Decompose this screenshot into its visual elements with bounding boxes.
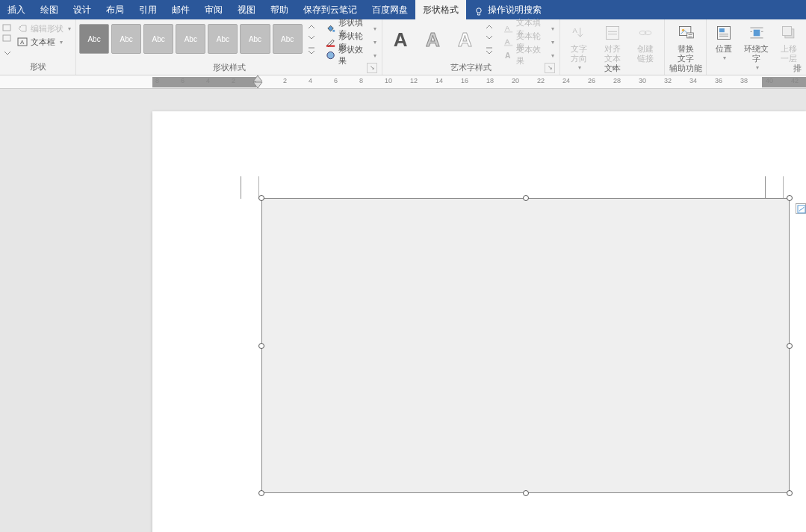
shape-style-preset-1[interactable]: Abc xyxy=(79,24,109,54)
ruler-tick: 8 xyxy=(155,77,159,84)
chevron-down-icon: ▾ xyxy=(60,39,63,46)
wordart-styles-dialog-launcher[interactable]: ↘ xyxy=(545,63,555,73)
shape-style-preset-5[interactable]: Abc xyxy=(208,24,238,54)
group-label-text: 文本 xyxy=(563,63,661,75)
resize-handle-e[interactable] xyxy=(787,343,793,349)
ribbon-group-shape-styles: Abc Abc Abc Abc Abc Abc Abc 形状填充 ▾ 形状轮廓 … xyxy=(76,19,382,75)
hanging-indent-marker[interactable] xyxy=(252,75,263,82)
svg-rect-1 xyxy=(3,25,10,31)
selected-shape[interactable] xyxy=(261,198,790,493)
wrap-text-label: 环绕文 字 xyxy=(744,44,769,64)
svg-rect-23 xyxy=(686,33,693,38)
menu-design[interactable]: 设计 xyxy=(66,0,99,19)
bring-forward-icon xyxy=(778,22,799,43)
alt-text-icon xyxy=(675,22,696,43)
text-direction-label: 文字方向 xyxy=(567,44,591,64)
group-label-wordart-styles: 艺术字样式 ↘ xyxy=(385,62,557,75)
textbox-label: 文本框 xyxy=(31,37,55,48)
menu-view[interactable]: 视图 xyxy=(230,0,263,19)
shape-style-preset-3[interactable]: Abc xyxy=(143,24,173,54)
edit-shape-label: 编辑形状 xyxy=(31,23,63,34)
menu-bar: 插入 绘图 设计 布局 引用 邮件 审阅 视图 帮助 保存到云笔记 百度网盘 形… xyxy=(0,0,806,19)
ribbon: 编辑形状 ▾ A 文本框 ▾ 形状 Abc Abc Abc Abc Abc Ab… xyxy=(0,19,806,75)
menu-insert[interactable]: 插入 xyxy=(0,0,33,19)
svg-text:A: A xyxy=(20,39,25,46)
menu-layout[interactable]: 布局 xyxy=(99,0,131,19)
resize-handle-w[interactable] xyxy=(258,343,264,349)
effects-icon xyxy=(326,50,335,61)
resize-handle-s[interactable] xyxy=(523,490,529,496)
chevron-down-icon: ▾ xyxy=(551,25,554,32)
resize-handle-ne[interactable] xyxy=(787,195,793,201)
textbox-icon: A xyxy=(17,37,28,47)
margin-guide-right-2 xyxy=(783,176,784,199)
shape-effects-button[interactable]: 形状效果 ▾ xyxy=(323,49,379,62)
ruler-tick: 26 xyxy=(588,77,595,84)
resize-handle-nw[interactable] xyxy=(258,195,264,201)
ruler-tick: 4 xyxy=(206,77,210,84)
ruler-tick: 16 xyxy=(461,77,468,84)
shape-styles-more-icon[interactable] xyxy=(306,24,317,54)
wordart-styles-more-icon[interactable] xyxy=(484,24,495,54)
ruler-tick: 6 xyxy=(181,77,185,84)
textbox-button[interactable]: A 文本框 ▾ xyxy=(16,35,72,49)
shape-style-preset-7[interactable]: Abc xyxy=(273,24,303,54)
text-outline-icon: A xyxy=(503,37,513,47)
menu-review[interactable]: 审阅 xyxy=(197,0,230,19)
menu-draw[interactable]: 绘图 xyxy=(33,0,66,19)
resize-handle-se[interactable] xyxy=(787,490,793,496)
text-effects-button: A 文本效果 ▾ xyxy=(501,49,557,62)
menu-shape-format[interactable]: 形状格式 xyxy=(415,0,466,19)
svg-point-3 xyxy=(19,26,21,28)
text-direction-icon: A xyxy=(568,22,589,43)
layout-options-flag[interactable] xyxy=(796,203,806,214)
ruler-tick: 22 xyxy=(537,77,545,84)
wordart-preset-3[interactable]: A xyxy=(450,24,480,55)
menu-baidu-netdisk[interactable]: 百度网盘 xyxy=(365,0,415,19)
svg-rect-36 xyxy=(782,26,791,35)
first-line-indent-marker[interactable] xyxy=(252,82,263,89)
chevron-down-icon: ▾ xyxy=(723,55,726,61)
alt-text-label: 替换 文字 xyxy=(678,44,694,64)
group-label-insert-shapes: 形状 xyxy=(3,61,72,75)
position-button[interactable]: 位置 ▾ xyxy=(710,21,738,63)
text-fill-icon: A xyxy=(503,23,513,34)
ruler-tick: 42 xyxy=(791,77,799,84)
shape-styles-dialog-launcher[interactable]: ↘ xyxy=(367,63,377,73)
layout-options-icon xyxy=(796,204,806,214)
shape-style-preset-4[interactable]: Abc xyxy=(176,24,205,54)
group-label-accessibility: 辅助功能 xyxy=(668,63,703,75)
svg-text:A: A xyxy=(504,38,509,46)
shape-style-preset-2[interactable]: Abc xyxy=(111,24,141,54)
svg-rect-2 xyxy=(3,35,10,41)
svg-rect-27 xyxy=(719,28,725,32)
ruler-tick: 18 xyxy=(486,77,494,84)
ruler-tick: 6 xyxy=(334,77,338,84)
menu-help[interactable]: 帮助 xyxy=(263,0,296,19)
ruler-tick: 40 xyxy=(766,77,773,84)
shapes-gallery-icon[interactable] xyxy=(1,22,13,58)
create-link-label: 创建链接 xyxy=(633,44,657,64)
resize-handle-sw[interactable] xyxy=(258,490,264,496)
shape-style-preset-6[interactable]: Abc xyxy=(240,24,270,54)
position-label: 位置 xyxy=(716,44,732,54)
ribbon-group-text: A 文字方向 ▾ 对齐文本 ▾ 创建链接 文本 xyxy=(560,19,665,75)
ruler-tick: 8 xyxy=(359,77,363,84)
svg-text:A: A xyxy=(572,26,577,34)
chevron-down-icon: ▾ xyxy=(373,52,376,59)
wordart-preset-1[interactable]: A xyxy=(385,24,415,55)
ruler-tick: 14 xyxy=(435,77,443,84)
svg-rect-13 xyxy=(504,45,512,46)
alt-text-button[interactable]: 替换 文字 xyxy=(672,21,700,65)
bring-forward-button[interactable]: 上移一层 xyxy=(775,21,803,65)
resize-handle-n[interactable] xyxy=(523,195,529,201)
ruler-tick: 28 xyxy=(613,77,621,84)
lightbulb-icon xyxy=(474,4,484,15)
horizontal-ruler[interactable]: 8 6 4 2 2 4 6 8 10 12 14 16 18 20 22 24 … xyxy=(0,75,806,89)
wordart-preset-2[interactable]: A xyxy=(418,24,447,55)
menu-mail[interactable]: 邮件 xyxy=(164,0,197,19)
position-icon xyxy=(713,22,734,43)
text-effects-icon: A xyxy=(503,50,513,61)
svg-rect-7 xyxy=(326,46,335,47)
menu-references[interactable]: 引用 xyxy=(131,0,164,19)
